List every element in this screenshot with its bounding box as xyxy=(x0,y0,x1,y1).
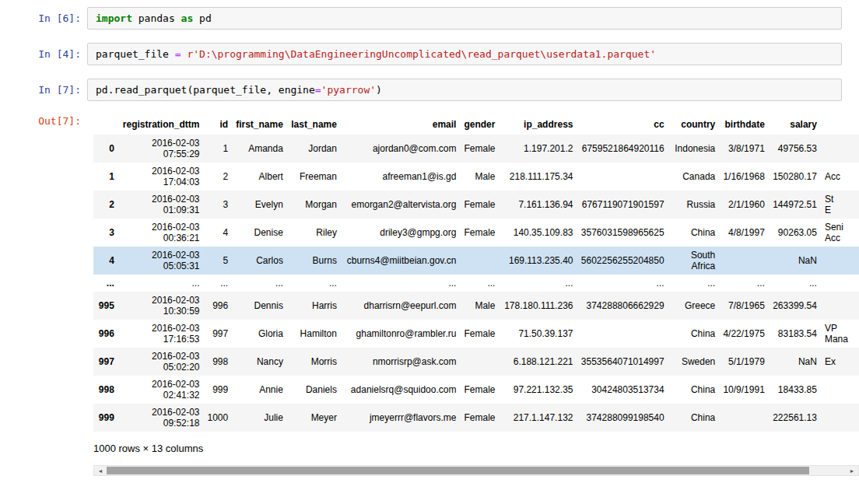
table-row[interactable]: 02016-02-0307:55:291AmandaJordanajordan0… xyxy=(93,135,859,163)
table-cell: 3 xyxy=(203,191,232,219)
code-token: 'pyarrow' xyxy=(321,84,376,96)
table-cell: China xyxy=(668,404,720,432)
table-cell: 1 xyxy=(203,135,232,163)
code-editor[interactable]: pd.read_parquet(parquet_file, engine='py… xyxy=(87,79,842,101)
output-prompt: Out[7]: xyxy=(0,114,87,128)
row-index: 997 xyxy=(93,348,118,376)
table-cell: 3576031598965625 xyxy=(577,219,668,247)
table-cell xyxy=(821,275,859,292)
table-cell: 83183.54 xyxy=(769,320,821,348)
table-cell: cburns4@miitbeian.gov.cn xyxy=(341,247,460,275)
table-cell: 998 xyxy=(203,348,232,376)
code-editor[interactable]: import pandas as pd xyxy=(87,7,842,30)
table-cell: adanielsrq@squidoo.com xyxy=(341,376,460,404)
column-header: birthdate xyxy=(719,114,769,135)
table-row[interactable]: 12016-02-0317:04:032AlbertFreemanafreema… xyxy=(93,163,859,191)
table-cell: Freeman xyxy=(287,163,341,191)
table-cell: Harris xyxy=(287,292,341,320)
scroll-thumb[interactable] xyxy=(107,467,809,474)
table-cell xyxy=(821,247,859,275)
table-cell: 222561.13 xyxy=(769,404,821,432)
table-cell: 2016-02-0301:09:31 xyxy=(118,191,204,219)
table-cell: St E xyxy=(821,191,859,219)
scroll-right-arrow-icon[interactable]: ► xyxy=(846,466,858,475)
table-row[interactable]: .................................... xyxy=(93,275,859,292)
table-cell: Dennis xyxy=(232,292,287,320)
table-cell: ajordan0@com.com xyxy=(341,135,460,163)
table-cell: China xyxy=(668,376,720,404)
table-cell: 4/8/1997 xyxy=(719,219,769,247)
row-index: ... xyxy=(93,275,118,292)
table-cell: ... xyxy=(577,275,668,292)
scroll-track[interactable] xyxy=(107,466,846,475)
table-cell xyxy=(577,163,668,191)
input-cell: In [4]:parquet_file = r'D:\programming\D… xyxy=(0,43,859,65)
input-cell: In [6]:import pandas as pd xyxy=(0,7,859,30)
code-token: pandas xyxy=(132,12,181,24)
table-cell: Female xyxy=(460,191,499,219)
table-cell: jmeyerrr@flavors.me xyxy=(341,404,460,432)
table-cell: 4/22/1975 xyxy=(719,320,769,348)
table-cell: Riley xyxy=(287,219,341,247)
output-area: Out[7]: registration_dttmidfirst_namelas… xyxy=(0,114,859,454)
input-prompt: In [6]: xyxy=(0,7,87,30)
table-cell: 2016-02-0310:30:59 xyxy=(118,292,204,320)
dataframe-shape: 1000 rows × 13 columns xyxy=(93,443,859,454)
table-cell: emorgan2@altervista.org xyxy=(341,191,460,219)
table-cell: 5 xyxy=(203,247,232,275)
scroll-left-arrow-icon[interactable]: ◄ xyxy=(94,466,107,475)
code-token: as xyxy=(181,12,194,24)
h-scrollbar[interactable]: ◄ ► xyxy=(93,465,859,476)
table-cell: 996 xyxy=(203,292,232,320)
table-cell: ... xyxy=(118,275,204,292)
table-cell: Russia xyxy=(668,191,720,219)
table-header: registration_dttmidfirst_namelast_nameem… xyxy=(93,114,859,135)
table-cell: 7.161.136.94 xyxy=(499,191,577,219)
table-cell: NaN xyxy=(769,348,821,376)
table-row[interactable]: 9992016-02-0309:52:181000JulieMeyerjmeye… xyxy=(93,404,859,432)
table-cell: 263399.54 xyxy=(769,292,821,320)
table-row[interactable]: 9952016-02-0310:30:59996DennisHarrisdhar… xyxy=(93,292,859,320)
table-cell: Albert xyxy=(232,163,287,191)
table-row[interactable]: 9972016-02-0305:02:20998NancyMorrisnmorr… xyxy=(93,348,859,376)
output-content: registration_dttmidfirst_namelast_nameem… xyxy=(93,114,859,454)
table-cell: 3553564071014997 xyxy=(577,348,668,376)
table-cell: 2016-02-0317:04:03 xyxy=(118,163,204,191)
table-cell: ... xyxy=(287,275,341,292)
row-index: 4 xyxy=(93,247,118,275)
input-prompt: In [4]: xyxy=(0,43,87,65)
table-row[interactable]: 42016-02-0305:05:315CarlosBurnscburns4@m… xyxy=(93,247,859,275)
table-row[interactable]: 22016-02-0301:09:313EvelynMorganemorgan2… xyxy=(93,191,859,219)
index-header xyxy=(93,114,118,135)
table-cell: 7/8/1965 xyxy=(719,292,769,320)
table-cell: 2/1/1960 xyxy=(719,191,769,219)
row-index: 998 xyxy=(93,376,118,404)
table-cell: Nancy xyxy=(232,348,287,376)
table-cell: 2 xyxy=(203,163,232,191)
table-row[interactable]: 32016-02-0300:36:214DeniseRileydriley3@g… xyxy=(93,219,859,247)
table-cell: driley3@gmpg.org xyxy=(341,219,460,247)
table-cell: 140.35.109.83 xyxy=(499,219,577,247)
notebook-page: In [6]:import pandas as pdIn [4]:parquet… xyxy=(0,0,859,476)
table-cell: Evelyn xyxy=(232,191,287,219)
table-cell: Indonesia xyxy=(668,135,720,163)
code-token: parquet_file xyxy=(96,48,175,60)
table-cell: ... xyxy=(232,275,287,292)
table-cell xyxy=(460,247,499,275)
column-header: email xyxy=(341,114,460,135)
table-cell: 6767119071901597 xyxy=(577,191,668,219)
table-header-row: registration_dttmidfirst_namelast_nameem… xyxy=(93,114,859,135)
table-cell: 1.197.201.2 xyxy=(499,135,577,163)
table-cell: Jordan xyxy=(287,135,341,163)
row-index: 999 xyxy=(93,404,118,432)
table-cell: Burns xyxy=(287,247,341,275)
code-editor[interactable]: parquet_file = r'D:\programming\DataEngi… xyxy=(87,43,842,65)
table-cell xyxy=(821,376,859,404)
table-row[interactable]: 9962016-02-0317:16:53997GloriaHamiltongh… xyxy=(93,320,859,348)
table-cell: ... xyxy=(769,275,821,292)
table-cell: South Africa xyxy=(668,247,720,275)
table-cell: Gloria xyxy=(232,320,287,348)
row-index: 996 xyxy=(93,320,118,348)
table-row[interactable]: 9982016-02-0302:41:32999AnnieDanielsadan… xyxy=(93,376,859,404)
column-header xyxy=(821,114,859,135)
